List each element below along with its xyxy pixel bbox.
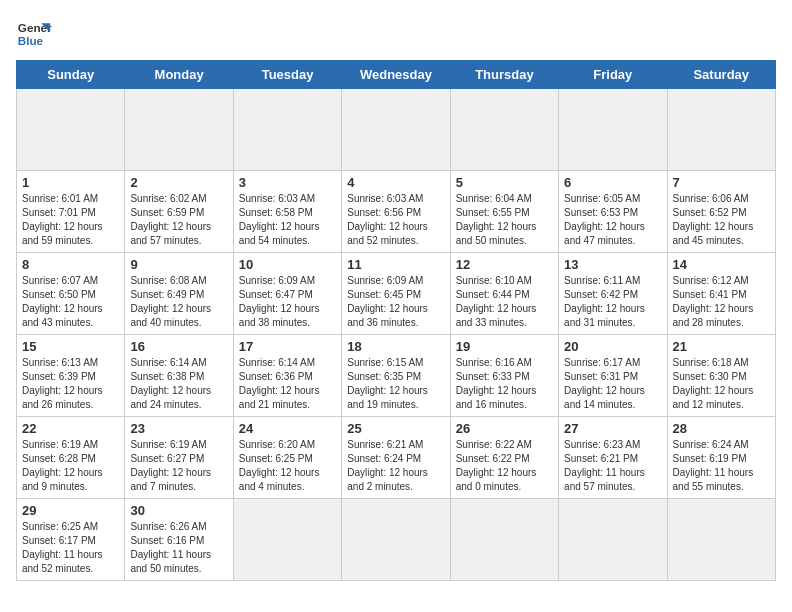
calendar-cell: 4 Sunrise: 6:03 AM Sunset: 6:56 PM Dayli… — [342, 171, 450, 253]
day-number: 20 — [564, 339, 661, 354]
day-number: 22 — [22, 421, 119, 436]
cell-minutes: and 33 minutes. — [456, 317, 527, 328]
calendar-cell — [233, 499, 341, 581]
calendar-cell: 24 Sunrise: 6:20 AM Sunset: 6:25 PM Dayl… — [233, 417, 341, 499]
cell-sunrise: Sunrise: 6:06 AM — [673, 193, 749, 204]
calendar-cell: 6 Sunrise: 6:05 AM Sunset: 6:53 PM Dayli… — [559, 171, 667, 253]
cell-minutes: and 55 minutes. — [673, 481, 744, 492]
cell-daylight: Daylight: 12 hours — [347, 303, 428, 314]
cell-sunset: Sunset: 6:33 PM — [456, 371, 530, 382]
cell-daylight: Daylight: 12 hours — [22, 221, 103, 232]
cell-sunset: Sunset: 6:30 PM — [673, 371, 747, 382]
cell-minutes: and 57 minutes. — [130, 235, 201, 246]
cell-daylight: Daylight: 11 hours — [130, 549, 211, 560]
cell-sunset: Sunset: 6:22 PM — [456, 453, 530, 464]
cell-sunset: Sunset: 6:59 PM — [130, 207, 204, 218]
cell-sunset: Sunset: 6:27 PM — [130, 453, 204, 464]
weekday-header-monday: Monday — [125, 61, 233, 89]
weekday-header-wednesday: Wednesday — [342, 61, 450, 89]
weekday-header-tuesday: Tuesday — [233, 61, 341, 89]
cell-sunrise: Sunrise: 6:02 AM — [130, 193, 206, 204]
cell-sunset: Sunset: 6:52 PM — [673, 207, 747, 218]
cell-minutes: and 7 minutes. — [130, 481, 196, 492]
cell-minutes: and 43 minutes. — [22, 317, 93, 328]
cell-sunset: Sunset: 6:16 PM — [130, 535, 204, 546]
day-number: 18 — [347, 339, 444, 354]
calendar-cell: 27 Sunrise: 6:23 AM Sunset: 6:21 PM Dayl… — [559, 417, 667, 499]
cell-minutes: and 47 minutes. — [564, 235, 635, 246]
cell-sunrise: Sunrise: 6:14 AM — [130, 357, 206, 368]
cell-sunset: Sunset: 6:44 PM — [456, 289, 530, 300]
cell-sunset: Sunset: 6:38 PM — [130, 371, 204, 382]
cell-sunset: Sunset: 6:41 PM — [673, 289, 747, 300]
calendar-cell: 22 Sunrise: 6:19 AM Sunset: 6:28 PM Dayl… — [17, 417, 125, 499]
weekday-header-row: SundayMondayTuesdayWednesdayThursdayFrid… — [17, 61, 776, 89]
cell-sunrise: Sunrise: 6:25 AM — [22, 521, 98, 532]
calendar-cell: 2 Sunrise: 6:02 AM Sunset: 6:59 PM Dayli… — [125, 171, 233, 253]
page-header: General Blue — [16, 16, 776, 52]
cell-sunset: Sunset: 6:53 PM — [564, 207, 638, 218]
calendar-cell — [125, 89, 233, 171]
cell-sunrise: Sunrise: 6:23 AM — [564, 439, 640, 450]
cell-sunset: Sunset: 6:45 PM — [347, 289, 421, 300]
day-number: 27 — [564, 421, 661, 436]
weekday-header-saturday: Saturday — [667, 61, 775, 89]
cell-daylight: Daylight: 12 hours — [347, 467, 428, 478]
cell-daylight: Daylight: 12 hours — [130, 467, 211, 478]
calendar-cell: 18 Sunrise: 6:15 AM Sunset: 6:35 PM Dayl… — [342, 335, 450, 417]
calendar-cell: 12 Sunrise: 6:10 AM Sunset: 6:44 PM Dayl… — [450, 253, 558, 335]
calendar-cell — [559, 499, 667, 581]
cell-minutes: and 9 minutes. — [22, 481, 88, 492]
day-number: 11 — [347, 257, 444, 272]
weekday-header-thursday: Thursday — [450, 61, 558, 89]
cell-daylight: Daylight: 12 hours — [130, 221, 211, 232]
weekday-header-sunday: Sunday — [17, 61, 125, 89]
cell-minutes: and 36 minutes. — [347, 317, 418, 328]
cell-minutes: and 21 minutes. — [239, 399, 310, 410]
day-number: 6 — [564, 175, 661, 190]
calendar-cell: 16 Sunrise: 6:14 AM Sunset: 6:38 PM Dayl… — [125, 335, 233, 417]
cell-daylight: Daylight: 12 hours — [456, 385, 537, 396]
day-number: 26 — [456, 421, 553, 436]
cell-daylight: Daylight: 12 hours — [239, 467, 320, 478]
calendar-week-row: 1 Sunrise: 6:01 AM Sunset: 7:01 PM Dayli… — [17, 171, 776, 253]
calendar-cell: 8 Sunrise: 6:07 AM Sunset: 6:50 PM Dayli… — [17, 253, 125, 335]
cell-sunset: Sunset: 6:58 PM — [239, 207, 313, 218]
calendar-cell: 29 Sunrise: 6:25 AM Sunset: 6:17 PM Dayl… — [17, 499, 125, 581]
cell-daylight: Daylight: 11 hours — [673, 467, 754, 478]
cell-minutes: and 52 minutes. — [22, 563, 93, 574]
cell-sunrise: Sunrise: 6:21 AM — [347, 439, 423, 450]
day-number: 17 — [239, 339, 336, 354]
calendar-week-row: 29 Sunrise: 6:25 AM Sunset: 6:17 PM Dayl… — [17, 499, 776, 581]
calendar-week-row — [17, 89, 776, 171]
day-number: 24 — [239, 421, 336, 436]
calendar-cell: 9 Sunrise: 6:08 AM Sunset: 6:49 PM Dayli… — [125, 253, 233, 335]
cell-daylight: Daylight: 12 hours — [239, 221, 320, 232]
svg-text:Blue: Blue — [18, 34, 44, 47]
calendar-cell: 30 Sunrise: 6:26 AM Sunset: 6:16 PM Dayl… — [125, 499, 233, 581]
cell-minutes: and 26 minutes. — [22, 399, 93, 410]
day-number: 16 — [130, 339, 227, 354]
cell-daylight: Daylight: 12 hours — [673, 221, 754, 232]
cell-minutes: and 57 minutes. — [564, 481, 635, 492]
cell-sunrise: Sunrise: 6:07 AM — [22, 275, 98, 286]
cell-sunrise: Sunrise: 6:12 AM — [673, 275, 749, 286]
calendar-week-row: 15 Sunrise: 6:13 AM Sunset: 6:39 PM Dayl… — [17, 335, 776, 417]
cell-minutes: and 40 minutes. — [130, 317, 201, 328]
cell-sunrise: Sunrise: 6:18 AM — [673, 357, 749, 368]
cell-daylight: Daylight: 12 hours — [673, 385, 754, 396]
cell-daylight: Daylight: 12 hours — [22, 385, 103, 396]
cell-sunset: Sunset: 6:28 PM — [22, 453, 96, 464]
day-number: 8 — [22, 257, 119, 272]
calendar-cell — [667, 499, 775, 581]
cell-sunset: Sunset: 6:31 PM — [564, 371, 638, 382]
cell-sunrise: Sunrise: 6:11 AM — [564, 275, 640, 286]
logo-icon: General Blue — [16, 16, 52, 52]
cell-sunset: Sunset: 6:50 PM — [22, 289, 96, 300]
cell-minutes: and 45 minutes. — [673, 235, 744, 246]
cell-sunrise: Sunrise: 6:09 AM — [239, 275, 315, 286]
cell-daylight: Daylight: 12 hours — [22, 467, 103, 478]
cell-minutes: and 4 minutes. — [239, 481, 305, 492]
day-number: 1 — [22, 175, 119, 190]
cell-minutes: and 16 minutes. — [456, 399, 527, 410]
